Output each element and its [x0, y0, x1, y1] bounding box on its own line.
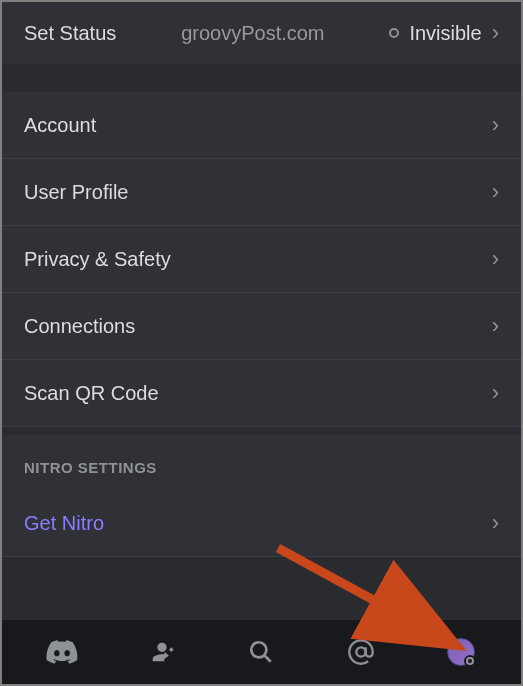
- chevron-right-icon: ›: [492, 246, 499, 272]
- chevron-right-icon: ›: [492, 313, 499, 339]
- watermark-text: groovyPost.com: [116, 22, 389, 45]
- menu-item-label: User Profile: [24, 181, 128, 204]
- set-status-label: Set Status: [24, 22, 116, 45]
- menu-item-user-profile[interactable]: User Profile ›: [2, 159, 521, 226]
- menu-item-label: Account: [24, 114, 96, 137]
- section-spacer: [2, 427, 521, 435]
- chevron-right-icon: ›: [492, 510, 499, 536]
- svg-line-1: [265, 655, 272, 662]
- status-value: Invisible: [409, 22, 481, 45]
- menu-item-get-nitro[interactable]: Get Nitro ›: [2, 490, 521, 557]
- avatar-icon: [447, 638, 475, 666]
- menu-item-privacy-safety[interactable]: Privacy & Safety ›: [2, 226, 521, 293]
- invisible-dot-icon: [389, 28, 399, 38]
- svg-point-0: [252, 642, 267, 657]
- menu-item-account[interactable]: Account ›: [2, 92, 521, 159]
- menu-item-label: Connections: [24, 315, 135, 338]
- discord-logo-icon[interactable]: [42, 632, 82, 672]
- current-status[interactable]: Invisible ›: [389, 20, 499, 46]
- chevron-right-icon: ›: [492, 20, 499, 46]
- menu-item-label: Get Nitro: [24, 512, 104, 535]
- nitro-section-header: NITRO SETTINGS: [2, 435, 521, 490]
- chevron-right-icon: ›: [492, 380, 499, 406]
- mentions-icon[interactable]: [341, 632, 381, 672]
- svg-point-2: [357, 647, 366, 656]
- search-icon[interactable]: [241, 632, 281, 672]
- menu-item-scan-qr[interactable]: Scan QR Code ›: [2, 360, 521, 427]
- menu-item-label: Scan QR Code: [24, 382, 159, 405]
- profile-avatar-button[interactable]: [441, 632, 481, 672]
- section-spacer: [2, 557, 521, 620]
- menu-item-connections[interactable]: Connections ›: [2, 293, 521, 360]
- friends-icon[interactable]: [142, 632, 182, 672]
- chevron-right-icon: ›: [492, 112, 499, 138]
- section-spacer: [2, 64, 521, 92]
- status-row[interactable]: Set Status groovyPost.com Invisible ›: [2, 2, 521, 64]
- chevron-right-icon: ›: [492, 179, 499, 205]
- menu-item-label: Privacy & Safety: [24, 248, 171, 271]
- bottom-nav: [2, 620, 521, 684]
